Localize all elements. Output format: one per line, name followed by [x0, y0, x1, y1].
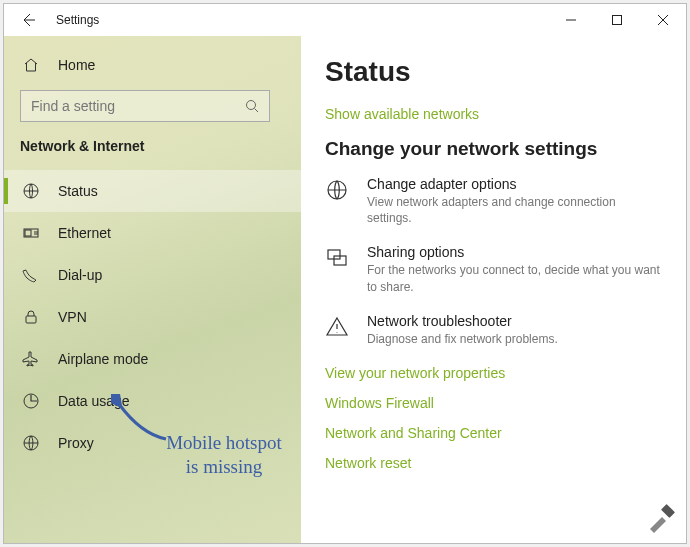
- option-troubleshooter[interactable]: Network troubleshooter Diagnose and fix …: [325, 313, 662, 347]
- nav-datausage[interactable]: Data usage: [4, 380, 301, 422]
- category-title: Network & Internet: [4, 122, 301, 164]
- back-button[interactable]: [12, 4, 44, 36]
- nav-label: Status: [58, 183, 98, 199]
- titlebar: Settings: [4, 4, 686, 36]
- hammer-watermark: [644, 501, 678, 535]
- nav-airplane[interactable]: Airplane mode: [4, 338, 301, 380]
- option-title: Network troubleshooter: [367, 313, 558, 329]
- ethernet-icon: [20, 224, 42, 242]
- nav-list: Status Ethernet Dial-up VPN Airplane mod…: [4, 164, 301, 464]
- option-title: Sharing options: [367, 244, 662, 260]
- nav-vpn[interactable]: VPN: [4, 296, 301, 338]
- datausage-icon: [20, 392, 42, 410]
- option-title: Change adapter options: [367, 176, 662, 192]
- nav-dialup[interactable]: Dial-up: [4, 254, 301, 296]
- sidebar: Home Network & Internet Status: [4, 36, 301, 543]
- proxy-icon: [20, 434, 42, 452]
- maximize-button[interactable]: [594, 4, 640, 36]
- settings-window: Settings Home Netwo: [3, 3, 687, 544]
- nav-label: Dial-up: [58, 267, 102, 283]
- link-sharing-center[interactable]: Network and Sharing Center: [325, 425, 662, 441]
- option-adapter[interactable]: Change adapter options View network adap…: [325, 176, 662, 226]
- option-desc: View network adapters and change connect…: [367, 194, 662, 226]
- status-icon: [20, 182, 42, 200]
- link-reset[interactable]: Network reset: [325, 455, 662, 471]
- home-nav[interactable]: Home: [4, 46, 301, 84]
- dialup-icon: [20, 266, 42, 284]
- content-pane[interactable]: Status Show available networks Change yo…: [301, 36, 686, 543]
- window-body: Home Network & Internet Status: [4, 36, 686, 543]
- close-button[interactable]: [640, 4, 686, 36]
- nav-label: VPN: [58, 309, 87, 325]
- adapter-icon: [325, 176, 353, 226]
- vpn-icon: [20, 308, 42, 326]
- link-firewall[interactable]: Windows Firewall: [325, 395, 662, 411]
- option-desc: For the networks you connect to, decide …: [367, 262, 662, 294]
- window-title: Settings: [56, 13, 99, 27]
- svg-rect-4: [25, 230, 31, 236]
- nav-label: Ethernet: [58, 225, 111, 241]
- svg-rect-11: [661, 504, 675, 518]
- nav-ethernet[interactable]: Ethernet: [4, 212, 301, 254]
- subheading: Change your network settings: [325, 138, 662, 160]
- window-controls: [548, 4, 686, 36]
- search-wrap: [4, 84, 301, 122]
- sharing-icon: [325, 244, 353, 294]
- warning-icon: [325, 313, 353, 347]
- svg-rect-5: [26, 316, 36, 323]
- link-show-networks[interactable]: Show available networks: [325, 106, 662, 122]
- home-label: Home: [58, 57, 95, 73]
- nav-proxy[interactable]: Proxy: [4, 422, 301, 464]
- option-sharing[interactable]: Sharing options For the networks you con…: [325, 244, 662, 294]
- nav-label: Airplane mode: [58, 351, 148, 367]
- nav-label: Proxy: [58, 435, 94, 451]
- home-icon: [20, 57, 42, 73]
- airplane-icon: [20, 350, 42, 368]
- svg-rect-0: [613, 16, 622, 25]
- nav-label: Data usage: [58, 393, 130, 409]
- search-input[interactable]: [31, 98, 245, 114]
- page-heading: Status: [325, 56, 662, 88]
- link-properties[interactable]: View your network properties: [325, 365, 662, 381]
- minimize-button[interactable]: [548, 4, 594, 36]
- search-box[interactable]: [20, 90, 270, 122]
- nav-status[interactable]: Status: [4, 170, 301, 212]
- svg-point-1: [247, 101, 256, 110]
- option-desc: Diagnose and fix network problems.: [367, 331, 558, 347]
- search-icon: [245, 99, 259, 113]
